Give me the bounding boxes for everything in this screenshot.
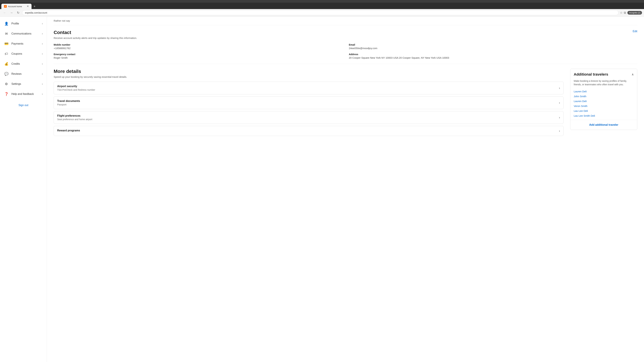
bookmark-button[interactable]: ☆ <box>620 11 622 14</box>
emergency-value: Roger Smith <box>54 56 342 59</box>
sidebar-item-credits[interactable]: 💰 Credits › <box>0 59 47 69</box>
email-field: Email 24ee050e@moodjoy.com <box>349 43 637 50</box>
emergency-label: Emergency contact <box>54 53 342 56</box>
scrolled-top-section: Rather not say <box>54 16 637 25</box>
reward-programs-chevron-icon: › <box>559 129 560 133</box>
sidebar-label-credits: Credits <box>12 62 39 65</box>
sidebar-item-help[interactable]: ❓ Help and feedback › <box>0 89 47 99</box>
travelers-description: Make booking a breeze by saving profiles… <box>570 79 637 89</box>
credits-icon: 💰 <box>4 61 9 66</box>
mobile-field: Mobile number +18588991782 <box>54 43 342 50</box>
sidebar-item-communications[interactable]: ✉ Communications › <box>0 29 47 39</box>
airport-security-title: Airport security <box>57 85 95 88</box>
address-bar-row: ← → ↻ expedia.com/account ☆ ⧉ Incognito … <box>0 9 644 16</box>
sidebar-label-communications: Communications <box>12 32 39 35</box>
mobile-value: +18588991782 <box>54 47 342 50</box>
traveler-link-0[interactable]: Lauren Deli <box>570 89 637 94</box>
new-tab-button[interactable]: + <box>32 4 37 9</box>
airport-security-card[interactable]: Airport security TSA PreCheck and Redres… <box>54 82 564 94</box>
mobile-label: Mobile number <box>54 43 342 46</box>
reward-programs-card[interactable]: Reward programs › <box>54 126 564 136</box>
profile-icon: 👤 <box>4 21 9 26</box>
travelers-title: Additional travelers <box>574 72 608 77</box>
reward-programs-title: Reward programs <box>57 129 80 132</box>
coupons-chevron-icon: › <box>42 52 43 55</box>
page-layout: 👤 Profile › ✉ Communications › 💳 Payment… <box>0 16 644 362</box>
forward-button[interactable]: → <box>9 10 14 15</box>
sidebar-item-reviews[interactable]: 💬 Reviews › <box>0 69 47 79</box>
contact-section-header: Contact Edit <box>54 30 637 35</box>
two-col-layout: More details Speed up your booking by se… <box>54 69 637 136</box>
traveler-link-5[interactable]: Lau Lee Smith Deli <box>570 113 637 118</box>
communications-icon: ✉ <box>4 31 9 36</box>
flight-preferences-subtitle: Seat preference and home airport <box>57 118 92 121</box>
contact-section: Contact Edit Receive account activity al… <box>54 25 637 64</box>
add-traveler-section: Add additional traveler <box>570 120 637 130</box>
reload-button[interactable]: ↻ <box>16 10 21 15</box>
active-tab[interactable]: Z Account home ✕ <box>1 4 32 9</box>
details-left: More details Speed up your booking by se… <box>54 69 564 136</box>
tab-close-button[interactable]: ✕ <box>27 5 29 8</box>
reviews-icon: 💬 <box>4 71 9 76</box>
email-label: Email <box>349 43 637 46</box>
settings-icon: ⚙ <box>4 82 9 86</box>
flight-preferences-chevron-icon: › <box>559 116 560 119</box>
more-details-desc: Speed up your booking by securely saving… <box>54 75 564 78</box>
browser-chrome <box>0 0 644 3</box>
travelers-header: Additional travelers ∧ <box>570 69 637 79</box>
sidebar-label-help: Help and feedback <box>12 92 39 95</box>
details-right: Additional travelers ∧ Make booking a br… <box>570 69 637 130</box>
sidebar-item-profile[interactable]: 👤 Profile › <box>0 18 47 29</box>
more-details-title: More details <box>54 69 564 74</box>
contact-title: Contact <box>54 30 71 35</box>
reviews-chevron-icon: › <box>42 72 43 75</box>
airport-security-subtitle: TSA PreCheck and Redress number <box>57 88 95 91</box>
sidebar-item-settings[interactable]: ⚙ Settings › <box>0 79 47 89</box>
url-text: expedia.com/account <box>25 11 47 14</box>
help-chevron-icon: › <box>42 92 43 95</box>
sidebar-item-payments[interactable]: 💳 Payments › <box>0 39 47 49</box>
address-value: 20 Cooper Square New York NY 10003 USA 2… <box>349 56 637 59</box>
help-icon: ❓ <box>4 92 9 96</box>
email-value: 24ee050e@moodjoy.com <box>349 47 637 50</box>
payments-icon: 💳 <box>4 41 9 46</box>
signout-button[interactable]: Sign out <box>18 104 28 107</box>
travelers-collapse-icon[interactable]: ∧ <box>632 72 634 76</box>
travel-documents-chevron-icon: › <box>559 101 560 105</box>
travel-documents-text: Travel documents Passport <box>57 99 80 106</box>
travel-documents-card[interactable]: Travel documents Passport › <box>54 96 564 109</box>
settings-chevron-icon: › <box>42 82 43 85</box>
coupons-icon: 🏷 <box>4 51 9 56</box>
back-button[interactable]: ← <box>2 10 8 15</box>
sidebar-label-coupons: Coupons <box>12 52 39 55</box>
address-bar[interactable]: expedia.com/account <box>22 10 618 15</box>
airport-security-chevron-icon: › <box>559 86 560 90</box>
sidebar-item-coupons[interactable]: 🏷 Coupons › <box>0 49 47 59</box>
flight-preferences-card[interactable]: Flight preferences Seat preference and h… <box>54 111 564 124</box>
traveler-link-1[interactable]: John Smith <box>570 94 637 99</box>
travel-documents-subtitle: Passport <box>57 103 80 106</box>
split-view-button[interactable]: ⧉ <box>624 11 626 14</box>
sidebar-label-profile: Profile <box>12 22 39 25</box>
contact-grid: Mobile number +18588991782 Email 24ee050… <box>54 43 637 59</box>
sidebar-label-reviews: Reviews <box>12 72 39 75</box>
traveler-link-3[interactable]: Veron Smith <box>570 104 637 108</box>
tab-bar: Z Account home ✕ + <box>0 3 644 9</box>
emergency-field: Emergency contact Roger Smith <box>54 53 342 59</box>
credits-chevron-icon: › <box>42 62 43 65</box>
address-field: Address 20 Cooper Square New York NY 100… <box>349 53 637 59</box>
traveler-link-4[interactable]: Lau Lee Deli <box>570 108 637 113</box>
communications-chevron-icon: › <box>42 32 43 35</box>
add-traveler-button[interactable]: Add additional traveler <box>589 123 618 126</box>
reward-programs-text: Reward programs <box>57 129 80 133</box>
payments-chevron-icon: › <box>42 42 43 45</box>
main-content: Rather not say Contact Edit Receive acco… <box>47 16 644 362</box>
tab-title: Account home <box>8 5 25 8</box>
contact-edit-button[interactable]: Edit <box>632 30 637 33</box>
sidebar-label-payments: Payments <box>12 42 39 45</box>
contact-description: Receive account activity alerts and trip… <box>54 36 637 39</box>
traveler-link-2[interactable]: Lauren Deli <box>570 99 637 104</box>
travel-documents-title: Travel documents <box>57 99 80 103</box>
incognito-badge[interactable]: Incognito (2) <box>628 11 642 14</box>
profile-chevron-icon: › <box>42 22 43 25</box>
